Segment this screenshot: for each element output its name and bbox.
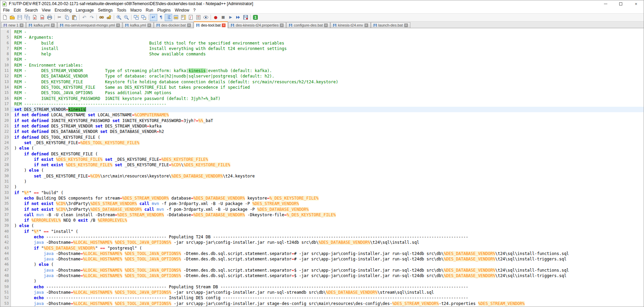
code-text: java -Dhostname=%LOCAL_HOSTNAME% %DES_TO… [11,273,644,278]
new-file-icon[interactable] [1,14,8,21]
code-line: 27 if exist %DES_KEYSTORE_FILE% set _DES… [0,157,644,162]
open-file-icon[interactable] [8,14,16,21]
tab-configure-des.bat[interactable]: configure-des.bat× [286,22,330,28]
copy-icon[interactable] [63,14,71,21]
replace-icon[interactable] [105,14,113,21]
save-icon[interactable] [16,14,23,21]
code-line: 45 java -Dhostname=%LOCAL_HOSTNAME% %DES… [0,256,644,262]
line-number: 52 [0,295,11,301]
menu-tools[interactable]: Tools [115,7,128,13]
tab-kinesis-t24.env[interactable]: kinesis-t24.env× [330,22,370,28]
text-caret [86,107,86,112]
playback-macro-icon[interactable]: ▶ [227,14,234,21]
document-map-icon[interactable] [180,14,187,21]
cut-icon[interactable]: ✂ [56,14,63,21]
menu-run[interactable]: Run [144,7,155,13]
code-text: REM - help Show available commands [11,51,644,57]
menu-encoding[interactable]: Encoding [53,7,74,13]
tab-close-icon[interactable]: × [51,23,55,27]
minimize-button[interactable] [598,0,613,7]
indent-guide-icon[interactable] [165,14,172,21]
code-text: REM ------------------------------------… [11,101,644,107]
menu-macro[interactable]: Macro [128,7,144,13]
close-file-icon[interactable] [31,14,38,21]
close-all-icon[interactable] [38,14,46,21]
tab-kafka.yml[interactable]: kafka.yml× [123,22,153,28]
tab-new-1[interactable]: new 1× [1,22,26,28]
tab-des-docker.bat[interactable]: des-docker.bat× [154,22,193,28]
paste-icon[interactable] [71,14,78,21]
tab-close-icon[interactable]: × [20,23,23,27]
undo-icon[interactable]: ↶ [80,14,88,21]
tab-des-tool.bat[interactable]: des-tool.bat× [194,21,228,28]
close-button[interactable]: × [628,0,644,7]
code-text: java -Dhostname=%LOCAL_HOSTNAME% %DES_TO… [11,290,644,295]
stop-recording-icon[interactable]: ■ [219,14,227,21]
menu-help[interactable]: ? [191,7,198,13]
code-line: 17REM ----------------------------------… [0,101,644,107]
tab-des-kinesis-t24.properties[interactable]: des-kinesis-t24.properties× [228,22,286,28]
code-text: java -Dhostname=%LOCAL_HOSTNAME% %DES_TO… [11,256,644,262]
saved-file-icon [3,23,7,27]
tab-close-icon[interactable]: × [280,23,284,27]
user-defined-language-icon[interactable] [172,14,180,21]
tab-ms-servicerequest-mongo.yml[interactable]: ms-servicerequest-mongo.yml× [57,22,122,28]
find-icon[interactable] [98,14,105,21]
save-macro-icon[interactable] [242,14,249,21]
tab-close-icon[interactable]: × [364,23,368,27]
code-line: 26 if defined DES_KEYSTORE_FILE ( [0,151,644,157]
line-number: 42 [0,240,11,245]
code-text: echo Building DES components for stream=… [11,195,644,201]
code-text: java -Dhostname=%LOCAL_HOSTNAME% %DES_TO… [11,268,644,273]
function-list-icon[interactable]: f [187,14,195,21]
code-line: 5REM - Arguments: [0,35,644,40]
tab-launch-des.bat[interactable]: launch-des.bat× [371,22,410,28]
line-number: 40 [0,229,11,234]
menu-language[interactable]: Language [74,7,96,13]
line-number: 16 [0,96,11,101]
menu-window[interactable]: Window [173,7,191,13]
tab-kafka.yml[interactable]: kafka.yml× [26,22,57,28]
tab-close-icon[interactable]: × [324,23,328,27]
saved-file-icon [29,23,32,27]
document-switcher-icon[interactable] [195,14,202,21]
toolbar-separator [211,15,211,20]
code-line: 12REM - DES_DATABASE_VENDOR Type of data… [0,73,644,79]
menu-view[interactable]: View [40,7,53,13]
show-all-characters-icon[interactable]: ¶ [157,14,165,21]
monitoring-eye-icon[interactable] [202,14,210,21]
saved-file-icon [231,23,234,27]
tab-close-icon[interactable]: × [187,23,191,27]
menu-settings[interactable]: Settings [96,7,114,13]
line-number: 38 [0,218,11,223]
sync-vertical-icon[interactable] [132,14,140,21]
tab-close-icon[interactable]: × [116,23,120,27]
menu-plugins[interactable]: Plugins [155,7,173,13]
editor[interactable]: 4REM -5REM - Arguments:6REM - build Buil… [0,28,644,307]
line-number: 23 [0,135,11,140]
tab-number-1-icon[interactable]: 1 [252,14,259,21]
code-line: 37 call mvn -B -U clean install -Dstream… [0,212,644,218]
code-text: if not exist %CD%\3rdParty\%DES_STREAM_V… [11,201,644,206]
menu-file[interactable]: File [1,7,12,13]
line-number: 21 [0,123,11,129]
tab-close-icon[interactable]: × [222,23,226,27]
zoom-out-icon[interactable] [123,14,130,21]
print-icon[interactable] [46,14,53,21]
maximize-button[interactable] [613,0,628,7]
zoom-in-icon[interactable] [115,14,123,21]
line-number: 20 [0,118,11,123]
tab-close-icon[interactable]: × [404,23,408,27]
menu-edit[interactable]: Edit [12,7,23,13]
code-text: if defined DES_TOOL_KEYSTORE_FILE ( [11,135,644,140]
run-macro-multiple-icon[interactable] [234,14,242,21]
word-wrap-icon[interactable]: ↵ [150,14,157,21]
redo-icon[interactable]: ↷ [88,14,95,21]
tab-close-icon[interactable]: × [147,23,151,27]
sync-horizontal-icon[interactable] [140,14,147,21]
code-line: 41 echo --------------------------------… [0,234,644,240]
record-macro-icon[interactable]: ● [212,14,219,21]
menu-search[interactable]: Search [23,7,40,13]
code-line: 9REM - [0,57,644,62]
save-all-icon[interactable] [23,14,31,21]
